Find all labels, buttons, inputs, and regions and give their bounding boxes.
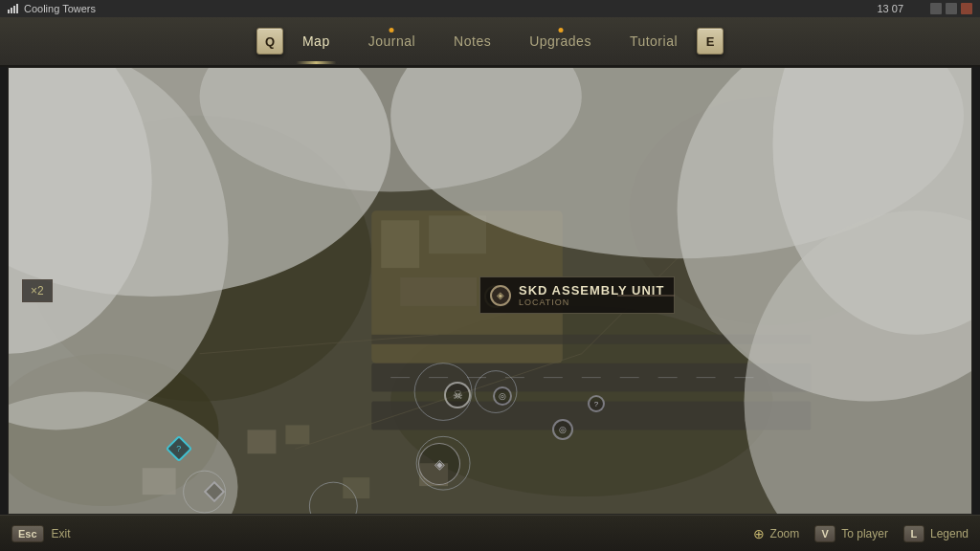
to-player-btn[interactable]: V To player <box>814 525 888 542</box>
bottom-right-controls: ⊕ Zoom V To player L Legend <box>753 525 969 542</box>
marker-skull[interactable]: ☠ <box>444 382 471 408</box>
esc-key-badge[interactable]: Esc <box>11 525 44 542</box>
title-bar: Cooling Towers 13 07 <box>0 0 980 17</box>
exit-label: Exit <box>52 527 71 540</box>
tooltip-subtitle: LOCATION <box>519 298 664 307</box>
tooltip-icon: ◈ <box>490 285 511 306</box>
l-key-badge[interactable]: L <box>903 525 924 542</box>
zoom-icon: ⊕ <box>753 526 765 541</box>
minimize-button[interactable] <box>930 3 942 14</box>
svg-point-35 <box>390 68 964 258</box>
svg-point-38 <box>200 68 582 191</box>
svg-rect-6 <box>381 220 419 268</box>
clock: 13 07 <box>877 3 903 14</box>
zoom-label: ×2 <box>31 284 44 298</box>
svg-rect-25 <box>343 477 369 498</box>
to-player-label: To player <box>841 527 888 540</box>
svg-rect-8 <box>400 277 477 306</box>
svg-point-4 <box>9 354 219 506</box>
signal-icon <box>8 4 18 13</box>
zoom-control-btn[interactable]: ⊕ Zoom <box>753 526 800 541</box>
nav-left-key[interactable]: Q <box>256 28 283 55</box>
tooltip-text: SKD ASSEMBLY UNIT LOCATION <box>519 283 664 307</box>
map-tooltip: ◈ SKD ASSEMBLY UNIT LOCATION <box>479 276 675 314</box>
bottom-left: Esc Exit <box>11 525 71 542</box>
close-button[interactable] <box>961 3 972 14</box>
svg-rect-24 <box>143 468 176 495</box>
svg-rect-7 <box>429 215 486 253</box>
tab-journal[interactable]: Journal <box>349 26 434 56</box>
tab-map[interactable]: Map <box>283 26 349 56</box>
window-title: Cooling Towers <box>24 3 96 14</box>
svg-point-39 <box>744 210 971 514</box>
bottom-bar: Esc Exit ⊕ Zoom V To player L Legend <box>0 515 980 551</box>
tooltip-title: SKD ASSEMBLY UNIT <box>519 283 664 298</box>
svg-point-40 <box>9 392 238 514</box>
svg-point-37 <box>772 68 971 335</box>
marker-circle-2[interactable]: ◎ <box>552 419 573 440</box>
tab-upgrades[interactable]: Upgrades <box>510 26 611 56</box>
nav-right-key[interactable]: E <box>697 28 724 55</box>
svg-point-1 <box>28 116 371 402</box>
marker-diamond-1[interactable] <box>207 484 222 499</box>
svg-rect-9 <box>371 364 811 392</box>
svg-rect-22 <box>248 430 277 453</box>
nav-bar: Q Map Journal Notes Upgrades Tutorial E <box>0 17 980 67</box>
marker-large-circle[interactable]: ◈ <box>418 443 460 485</box>
svg-point-30 <box>309 482 357 514</box>
marker-circle-1[interactable]: ◎ <box>493 386 512 406</box>
zoom-control: ×2 <box>22 279 53 302</box>
marker-question-cyan[interactable]: ? <box>169 439 189 458</box>
tab-notes[interactable]: Notes <box>434 26 510 56</box>
svg-point-34 <box>9 68 152 354</box>
v-key-badge[interactable]: V <box>814 525 835 542</box>
marker-circle-3[interactable]: ? <box>588 395 605 412</box>
svg-point-32 <box>9 68 390 297</box>
zoom-btn-label: Zoom <box>770 527 800 540</box>
svg-rect-21 <box>371 335 811 344</box>
legend-btn[interactable]: L Legend <box>903 525 969 542</box>
maximize-button[interactable] <box>946 3 957 14</box>
window-controls[interactable] <box>930 3 972 14</box>
tab-tutorial[interactable]: Tutorial <box>611 26 697 56</box>
map-container[interactable]: ×2 ⬡ ◈ SKD ASSEMBLY UNIT LOCATION ☠ ◎ ? <box>8 67 972 515</box>
svg-point-33 <box>9 68 229 430</box>
legend-label: Legend <box>930 527 969 540</box>
svg-rect-23 <box>285 425 309 444</box>
svg-point-36 <box>678 68 971 402</box>
